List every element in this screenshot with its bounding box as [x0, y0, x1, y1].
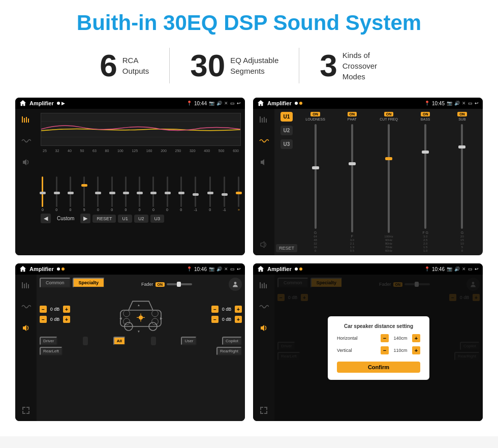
eq-prev-btn[interactable]: ◀ — [41, 214, 51, 223]
fader-rect-icon: ▭ — [230, 266, 235, 272]
dialog-nav-wave[interactable] — [257, 300, 270, 313]
cross-time: 10:45 — [432, 101, 445, 106]
cross-nav-wave[interactable] — [257, 134, 270, 147]
cross-ch-phat: ON PHAT F 3.0 2.1 1.3 0.5 — [334, 112, 369, 252]
cross-nav-eq[interactable] — [257, 113, 270, 126]
rearleft-btn[interactable]: RearLeft — [40, 347, 63, 355]
eq-next-btn[interactable]: ▶ — [80, 214, 90, 223]
tab-specialty[interactable]: Specialty — [73, 278, 105, 288]
fader-side-nav — [15, 275, 37, 421]
eq-nav-eq[interactable] — [19, 113, 33, 126]
dialog-nav-eq[interactable] — [257, 279, 270, 292]
camera-icon: 📷 — [209, 101, 214, 106]
bass-slider[interactable] — [424, 124, 426, 229]
cross-nav-speaker[interactable] — [257, 156, 270, 169]
dialog-vertical-plus[interactable]: + — [412, 346, 420, 354]
sub-on-badge[interactable]: ON — [457, 112, 467, 116]
cutfreq-on-badge[interactable]: ON — [384, 112, 394, 116]
cross-rect-icon: ▭ — [468, 101, 473, 106]
cross-status-dots — [295, 102, 302, 105]
speaker-layout: − 0 dB + − 0 dB + — [40, 294, 242, 335]
fader-nav-wave[interactable] — [19, 300, 33, 313]
user-btn[interactable]: User — [181, 337, 197, 345]
svg-text:◀: ◀ — [119, 316, 122, 320]
fader-nav-speaker[interactable] — [19, 321, 33, 335]
freq-63: 63 — [92, 149, 97, 153]
svg-point-25 — [123, 318, 130, 325]
fader-track[interactable] — [167, 283, 192, 285]
cross-u3-btn[interactable]: U3 — [281, 139, 293, 149]
dialog-vertical-minus[interactable]: − — [381, 346, 389, 354]
freq-100: 100 — [117, 149, 123, 153]
freq-80: 80 — [105, 149, 109, 153]
cross-reset-btn[interactable]: RESET — [276, 244, 297, 252]
fader-loc-icon: 📍 — [186, 266, 192, 272]
cutfreq-slider[interactable] — [388, 124, 390, 233]
sub-10: 10 — [460, 242, 464, 245]
phat-slider[interactable] — [351, 124, 353, 232]
eq-reset-btn[interactable]: RESET — [92, 215, 116, 223]
eq-nav-wave[interactable] — [19, 134, 33, 147]
car-icon-container: ▲ ▼ ◀ ▶ — [76, 294, 205, 335]
dialog-nav-expand[interactable] — [257, 404, 270, 417]
eq-preset-label: Custom — [53, 214, 78, 223]
dialog-vertical-row: Vertical − 110cm + — [337, 346, 420, 354]
stat-rca: 6 RCAOutputs — [79, 50, 169, 81]
eq-u3-btn[interactable]: U3 — [150, 215, 165, 223]
front-right-minus[interactable]: − — [211, 306, 219, 313]
dialog-x-icon: ✕ — [462, 266, 466, 272]
rear-right-minus[interactable]: − — [211, 316, 219, 323]
cross-nav-vol[interactable] — [257, 238, 270, 251]
dialog-confirm-btn[interactable]: Confirm — [337, 362, 420, 373]
eq-nav-speaker[interactable] — [19, 156, 33, 169]
fader-home-icon — [19, 265, 26, 273]
cross-u2-btn[interactable]: U2 — [281, 126, 293, 135]
svg-rect-13 — [24, 284, 25, 288]
dialog-horizontal-plus[interactable]: + — [412, 334, 420, 342]
eq-main-content: 25 32 40 50 63 80 100 125 160 200 250 32… — [37, 109, 245, 255]
cross-screen-body: U1 U2 U3 RESET ON LOUDNESS — [253, 109, 483, 255]
bass-on-badge[interactable]: ON — [421, 112, 430, 116]
tab-common[interactable]: Common — [40, 278, 71, 288]
eq-u1-btn[interactable]: U1 — [118, 215, 132, 223]
sub-slider[interactable] — [461, 124, 463, 229]
driver-btn[interactable]: Driver — [40, 337, 57, 345]
phat-label: PHAT — [348, 117, 357, 121]
dialog-nav-speaker[interactable] — [257, 321, 270, 335]
rear-left-plus[interactable]: + — [63, 316, 70, 323]
fader-screen-body: Common Specialty Fader ON — [15, 275, 245, 421]
fader-nav-eq[interactable] — [19, 279, 33, 292]
sub-0: 0 — [461, 249, 463, 252]
phat-on-badge[interactable]: ON — [348, 112, 357, 116]
stat-eq: 30 EQ AdjustableSegments — [170, 50, 299, 81]
stat-eq-text: EQ AdjustableSegments — [230, 55, 278, 76]
eq-u2-btn[interactable]: U2 — [134, 215, 148, 223]
eq-time: 10:44 — [194, 101, 207, 106]
loudness-on-badge[interactable]: ON — [310, 112, 320, 116]
sub-g: G — [461, 231, 463, 234]
svg-rect-3 — [28, 118, 29, 123]
fader-status-left: Amplifier — [19, 265, 65, 273]
front-left-minus[interactable]: − — [40, 306, 47, 313]
copilot-btn[interactable]: Copilot — [222, 337, 242, 345]
freq-250: 250 — [175, 149, 181, 153]
play-icon: ▶ — [61, 101, 65, 106]
freq-125: 125 — [132, 149, 138, 153]
loudness-0: 0 — [315, 249, 316, 252]
fader-nav-expand[interactable] — [19, 404, 33, 417]
cross-u1-btn[interactable]: U1 — [281, 112, 293, 122]
person-icon — [229, 278, 242, 291]
loudness-slider[interactable] — [315, 124, 317, 229]
freq-40: 40 — [68, 149, 72, 153]
fader-bottom-row2: RearLeft RearRight — [40, 347, 242, 355]
front-left-plus[interactable]: + — [63, 306, 70, 313]
rear-right-plus[interactable]: + — [235, 316, 242, 323]
all-btn[interactable]: All — [113, 337, 126, 345]
front-right-plus[interactable]: + — [235, 306, 242, 313]
dialog-horizontal-minus[interactable]: − — [381, 334, 389, 342]
rearright-btn[interactable]: RearRight — [216, 347, 242, 355]
rear-left-minus[interactable]: − — [40, 316, 47, 323]
bass-2-0: 2.0 — [423, 242, 427, 245]
dialog-vertical-label: Vertical — [337, 348, 365, 353]
rear-right-value: 0 dB — [220, 317, 234, 322]
